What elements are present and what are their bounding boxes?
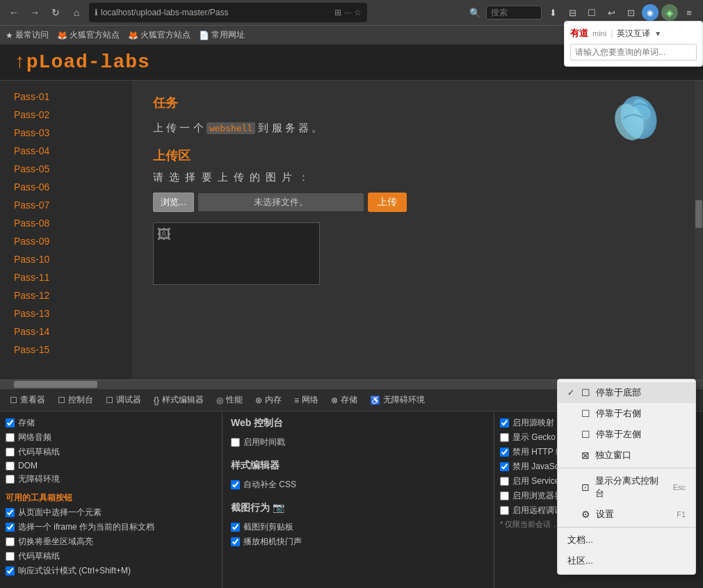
sidebar-item-pass15[interactable]: Pass-15 xyxy=(0,341,132,359)
sidebar-item-pass03[interactable]: Pass-03 xyxy=(0,124,132,142)
toolbox-title: 可用的工具箱按钮 xyxy=(6,492,216,504)
tab-debugger[interactable]: ☐ 调试器 xyxy=(100,391,147,409)
sidebar-item-pass08[interactable]: Pass-08 xyxy=(0,214,132,232)
tab-console[interactable]: ☐ 控制台 xyxy=(52,391,99,409)
tab-accessibility[interactable]: ♿ 无障碍环境 xyxy=(364,391,430,409)
checkbox-accessibility-input[interactable] xyxy=(6,475,15,484)
dock-right-label: 停靠于右侧 xyxy=(596,407,641,420)
devtools-left-panel: 存储 网络音频 代码草稿纸 DOM 无障碍环境 可用的工具箱按钮 从页面中选 xyxy=(0,411,223,588)
bookmark-firefox2[interactable]: 🦊 火狐官方站点 xyxy=(128,29,191,41)
checkbox-enable-timestamp-input[interactable] xyxy=(231,438,240,447)
dock-bottom-icon: ☐ xyxy=(581,387,590,398)
download-button[interactable]: ⬇ xyxy=(544,4,561,21)
checkbox-clipboard: 截图到剪贴板 xyxy=(231,521,485,533)
checkbox-storage-input[interactable] xyxy=(6,418,15,427)
library-button[interactable]: ⊟ xyxy=(564,4,581,21)
checkbox-remote-debug-input[interactable] xyxy=(500,506,509,515)
sidebar-item-pass06[interactable]: Pass-06 xyxy=(0,178,132,196)
checkbox-browser-ui-input[interactable] xyxy=(500,491,509,500)
checkbox-scratch-pad: 代码草稿纸 xyxy=(6,550,216,562)
task-highlight: webshell xyxy=(207,122,256,134)
youdao-input[interactable] xyxy=(570,44,697,60)
account-button[interactable]: ◉ xyxy=(642,4,658,21)
sidebar-item-pass13[interactable]: Pass-13 xyxy=(0,304,132,322)
checkbox-shutter-input[interactable] xyxy=(231,537,240,546)
upload-button[interactable]: 上传 xyxy=(368,193,407,212)
checkbox-toggle-highlight-input[interactable] xyxy=(6,537,15,546)
share-button[interactable]: ⊡ xyxy=(622,4,639,21)
checkbox-enable-timestamp: 启用时间戳 xyxy=(231,436,485,448)
sidebar-item-pass10[interactable]: Pass-10 xyxy=(0,250,132,268)
chevron-down-icon: ▼ xyxy=(654,30,661,38)
checkbox-code-draft-input[interactable] xyxy=(6,448,15,457)
right-scrollbar[interactable] xyxy=(695,81,703,379)
home-button[interactable]: ⌂ xyxy=(68,4,85,21)
scrollbar-thumb xyxy=(695,200,702,228)
checkbox-network-audio-input[interactable] xyxy=(6,433,15,442)
context-menu-item-settings[interactable]: ✓ ⚙ 设置 F1 xyxy=(558,504,695,525)
checkbox-clipboard-input[interactable] xyxy=(231,523,240,532)
bookmark-frequent[interactable]: ★ 最常访问 xyxy=(6,29,49,41)
checkbox-gecko-input[interactable] xyxy=(500,433,509,442)
search-input[interactable] xyxy=(486,6,542,19)
checkbox-iframe-target: 选择一个 iframe 作为当前的目标文档 xyxy=(6,521,216,533)
sidebar-item-pass12[interactable]: Pass-12 xyxy=(0,286,132,304)
context-menu-item-dock-right[interactable]: ✓ ☐ 停靠于右侧 xyxy=(558,403,695,424)
context-menu-item-docs[interactable]: 文档... xyxy=(558,530,695,550)
tab-inspector[interactable]: ☐ 查看器 xyxy=(4,391,51,409)
browse-button[interactable]: 浏览... xyxy=(153,193,194,212)
search-button[interactable]: 🔍 xyxy=(467,4,483,21)
sidebar-item-pass02[interactable]: Pass-02 xyxy=(0,106,132,124)
sidebar-item-pass14[interactable]: Pass-14 xyxy=(0,322,132,341)
back-button[interactable]: ← xyxy=(6,4,22,21)
tab-button[interactable]: ☐ xyxy=(583,4,600,21)
separate-console-icon: ⊡ xyxy=(581,482,590,493)
context-menu-item-float[interactable]: ✓ ⊠ 独立窗口 xyxy=(558,445,695,466)
back2-button[interactable]: ↩ xyxy=(603,4,620,21)
checkbox-scratch-pad-input[interactable] xyxy=(6,552,15,561)
context-menu-item-community[interactable]: 社区... xyxy=(558,550,695,571)
bookmark-firefox1[interactable]: 🦊 火狐官方站点 xyxy=(57,29,120,41)
no-check-icon-5: ✓ xyxy=(567,509,574,519)
checkbox-service-worker-input[interactable] xyxy=(500,477,509,486)
checkbox-http-cache-input[interactable] xyxy=(500,448,509,457)
sidebar-item-pass01[interactable]: Pass-01 xyxy=(0,88,132,106)
checkbox-dom-label: DOM xyxy=(18,461,38,471)
sidebar-item-pass07[interactable]: Pass-07 xyxy=(0,196,132,214)
tab-style-editor[interactable]: {} 样式编辑器 xyxy=(148,391,209,409)
checkbox-dom-input[interactable] xyxy=(6,462,15,471)
ext-button[interactable]: ◈ xyxy=(661,4,678,21)
sidebar-item-pass04[interactable]: Pass-04 xyxy=(0,142,132,160)
tab-memory-label: 内存 xyxy=(265,394,282,406)
context-menu-item-dock-left[interactable]: ✓ ☐ 停靠于左侧 xyxy=(558,424,695,445)
network-icon: ≡ xyxy=(294,395,299,405)
star-icon: ★ xyxy=(6,31,13,40)
refresh-button[interactable]: ↻ xyxy=(47,4,64,21)
tab-network[interactable]: ≡ 网络 xyxy=(289,391,324,409)
tab-performance[interactable]: ◎ 性能 xyxy=(211,391,248,409)
debugger-icon: ☐ xyxy=(106,395,113,405)
address-bar[interactable]: ℹ localhost/upload-labs-master/Pass ⊞ ··… xyxy=(89,3,367,22)
checkbox-autocomplete-css-input[interactable] xyxy=(231,480,240,489)
tab-memory[interactable]: ⊛ 内存 xyxy=(250,391,287,409)
context-menu-item-separate-console[interactable]: ✓ ⊡ 显示分离式控制台 Esc xyxy=(558,471,695,504)
address-text: localhost/upload-labs-master/Pass xyxy=(101,8,228,17)
preview-icon: 🖼 xyxy=(157,227,171,243)
checkbox-toggle-highlight: 切换将垂坐区域高亮 xyxy=(6,536,216,548)
tab-storage[interactable]: ⊗ 存储 xyxy=(325,391,363,409)
bookmark-common[interactable]: 📄 常用网址 xyxy=(199,29,245,41)
context-menu-item-dock-bottom[interactable]: ✓ ☐ 停靠于底部 xyxy=(558,382,695,403)
checkbox-pick-elem-input[interactable] xyxy=(6,508,15,517)
checkbox-source-map-input[interactable] xyxy=(500,418,509,427)
float-label: 独立窗口 xyxy=(595,449,631,462)
sidebar-item-pass05[interactable]: Pass-05 xyxy=(0,160,132,178)
checkbox-accessibility: 无障碍环境 xyxy=(6,473,216,485)
sidebar-item-pass09[interactable]: Pass-09 xyxy=(0,232,132,250)
checkbox-iframe-target-input[interactable] xyxy=(6,523,15,532)
menu-button[interactable]: ≡ xyxy=(681,4,697,21)
checkbox-javascript-input[interactable] xyxy=(500,462,509,471)
settings-shortcut: F1 xyxy=(677,510,686,518)
checkbox-responsive-input[interactable] xyxy=(6,566,15,575)
forward-button[interactable]: → xyxy=(26,4,43,21)
sidebar-item-pass11[interactable]: Pass-11 xyxy=(0,268,132,286)
